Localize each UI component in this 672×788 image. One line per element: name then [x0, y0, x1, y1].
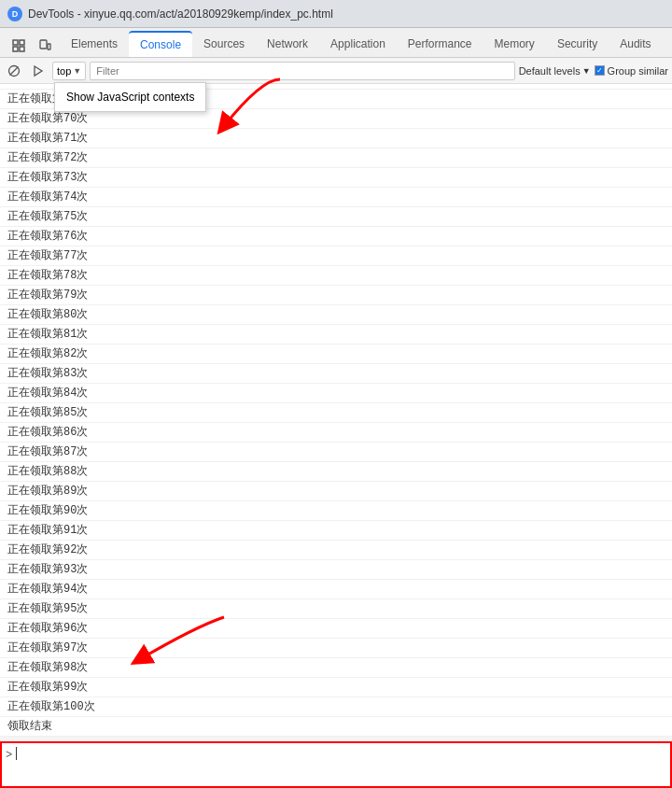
svg-rect-1 — [20, 40, 24, 45]
svg-rect-5 — [48, 44, 50, 49]
tab-elements[interactable]: Elements — [60, 31, 129, 57]
filter-input[interactable] — [90, 62, 514, 80]
console-line: 正在领取第93次 — [0, 560, 672, 580]
title-bar: D DevTools - xinyue.qq.com/act/a20180929… — [0, 0, 672, 28]
svg-marker-8 — [35, 66, 42, 76]
context-popup-item[interactable]: Show JavaScript contexts — [55, 87, 205, 107]
console-line: 正在领取第74次 — [0, 188, 672, 207]
console-line: 领取结束 — [0, 717, 672, 737]
default-levels-label: Default levels — [519, 65, 581, 77]
console-line: 正在领取第91次 — [0, 521, 672, 541]
tab-console[interactable]: Console — [129, 31, 192, 57]
console-line: 正在领取第86次 — [0, 423, 672, 443]
console-line: 正在领取第89次 — [0, 482, 672, 501]
default-levels-dropdown[interactable]: Default levels ▼ — [519, 65, 591, 77]
console-line: 正在领取第85次 — [0, 403, 672, 423]
console-line: 正在领取第78次 — [0, 266, 672, 286]
group-similar-label: Group similar — [608, 65, 668, 77]
console-line: 正在领取第92次 — [0, 541, 672, 560]
svg-line-7 — [10, 66, 19, 75]
console-input-cursor[interactable] — [16, 747, 17, 760]
console-content: 正在领取第64次正在领取第65次正在领取第66次正在领取第67次正在领取第68次… — [0, 84, 672, 737]
devtools-tab-bar: Elements Console Sources Network Applica… — [0, 28, 672, 58]
tab-network[interactable]: Network — [256, 31, 319, 57]
tab-audits[interactable]: Audits — [609, 31, 662, 57]
svg-rect-4 — [40, 40, 47, 49]
console-line: 正在领取第81次 — [0, 325, 672, 345]
console-line: 正在领取第84次 — [0, 384, 672, 403]
console-prompt: > — [6, 749, 12, 762]
console-line: 正在领取第75次 — [0, 207, 672, 227]
console-line: 正在领取第98次 — [0, 658, 672, 678]
console-line: 正在领取第95次 — [0, 599, 672, 619]
window-title: DevTools - xinyue.qq.com/act/a20180929ke… — [28, 7, 333, 21]
console-line: 正在领取第80次 — [0, 305, 672, 325]
group-similar-toggle[interactable]: Group similar — [595, 65, 668, 77]
tab-application[interactable]: Application — [319, 31, 397, 57]
console-line: 正在领取第94次 — [0, 580, 672, 599]
svg-rect-3 — [20, 47, 24, 51]
console-toolbar: top ▼ Default levels ▼ Group similar — [0, 58, 672, 84]
context-dropdown-icon: ▼ — [73, 66, 81, 76]
console-line: 正在领取第77次 — [0, 246, 672, 266]
inspect-icon[interactable] — [7, 35, 30, 57]
pause-button[interactable] — [28, 61, 49, 81]
console-line: 正在领取第96次 — [0, 619, 672, 639]
console-line: 正在领取第70次 — [0, 109, 672, 129]
tab-sources[interactable]: Sources — [192, 31, 256, 57]
svg-rect-2 — [13, 47, 18, 51]
console-line: 正在领取第90次 — [0, 501, 672, 521]
tab-security[interactable]: Security — [546, 31, 609, 57]
device-toolbar-icon[interactable] — [34, 35, 56, 57]
console-line: 正在领取第83次 — [0, 364, 672, 384]
context-label: top — [57, 65, 71, 77]
console-line: 正在领取第79次 — [0, 286, 672, 305]
cursor-blink — [16, 747, 17, 760]
console-line: 正在领取第73次 — [0, 168, 672, 188]
console-line: 正在领取第72次 — [0, 148, 672, 168]
console-line: 正在领取第87次 — [0, 443, 672, 462]
console-line: 正在领取第100次 — [0, 697, 672, 717]
context-popup: Show JavaScript contexts — [54, 82, 206, 112]
svg-rect-0 — [13, 40, 18, 45]
console-line: 正在领取第82次 — [0, 345, 672, 364]
console-line: 正在领取第76次 — [0, 227, 672, 246]
console-line: 正在领取第99次 — [0, 678, 672, 697]
console-input-area[interactable]: > — [0, 741, 672, 788]
console-line: 正在领取第97次 — [0, 639, 672, 658]
tab-memory[interactable]: Memory — [483, 31, 546, 57]
console-line: 正在领取第88次 — [0, 462, 672, 482]
favicon-icon: D — [7, 7, 22, 21]
default-levels-icon: ▼ — [582, 66, 591, 76]
clear-console-button[interactable] — [4, 61, 24, 81]
console-line: 正在领取第71次 — [0, 129, 672, 148]
group-similar-checkbox[interactable] — [595, 65, 605, 76]
tab-performance[interactable]: Performance — [397, 31, 483, 57]
javascript-context-select[interactable]: top ▼ — [52, 62, 86, 80]
